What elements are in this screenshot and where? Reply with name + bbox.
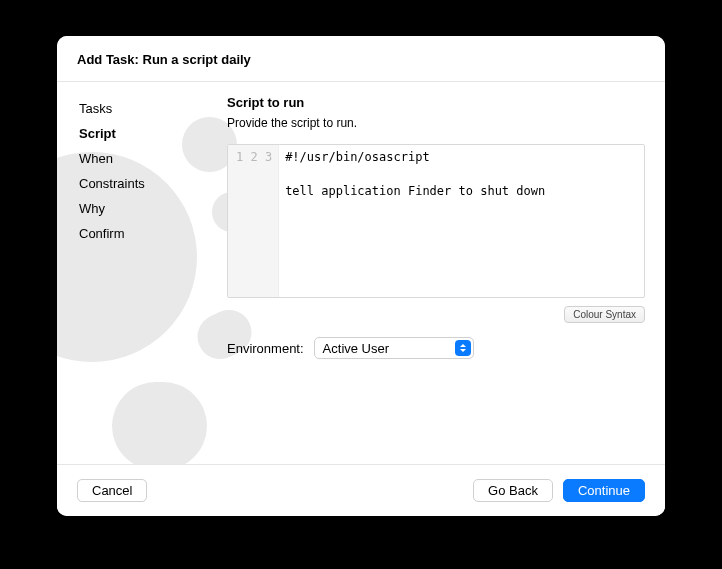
sidebar-item-why[interactable]: Why: [79, 196, 227, 221]
cancel-button[interactable]: Cancel: [77, 479, 147, 502]
color-syntax-row: Colour Syntax: [227, 306, 645, 323]
section-title: Script to run: [227, 95, 645, 110]
environment-select[interactable]: Active User: [314, 337, 474, 359]
environment-row: Environment: Active User: [227, 337, 645, 359]
dialog-header: Add Task: Run a script daily: [57, 36, 665, 82]
environment-label: Environment:: [227, 341, 304, 356]
sidebar-item-script[interactable]: Script: [79, 121, 227, 146]
select-caret-icon: [455, 340, 471, 356]
section-description: Provide the script to run.: [227, 116, 645, 130]
dialog-body: Tasks Script When Constraints Why Confir…: [57, 82, 665, 464]
editor-gutter: 1 2 3: [228, 145, 279, 297]
sidebar-item-confirm[interactable]: Confirm: [79, 221, 227, 246]
wizard-sidebar: Tasks Script When Constraints Why Confir…: [57, 82, 227, 464]
sidebar-item-tasks[interactable]: Tasks: [79, 96, 227, 121]
dialog-window: Add Task: Run a script daily Tasks Scrip…: [57, 36, 665, 516]
color-syntax-button[interactable]: Colour Syntax: [564, 306, 645, 323]
dialog-footer: Cancel Go Back Continue: [57, 464, 665, 516]
editor-code[interactable]: #!/usr/bin/osascript tell application Fi…: [279, 145, 644, 297]
sidebar-item-when[interactable]: When: [79, 146, 227, 171]
main-panel: Script to run Provide the script to run.…: [227, 82, 665, 464]
sidebar-item-constraints[interactable]: Constraints: [79, 171, 227, 196]
environment-value: Active User: [323, 341, 389, 356]
go-back-button[interactable]: Go Back: [473, 479, 553, 502]
script-editor[interactable]: 1 2 3 #!/usr/bin/osascript tell applicat…: [227, 144, 645, 298]
continue-button[interactable]: Continue: [563, 479, 645, 502]
dialog-title: Add Task: Run a script daily: [77, 52, 645, 67]
